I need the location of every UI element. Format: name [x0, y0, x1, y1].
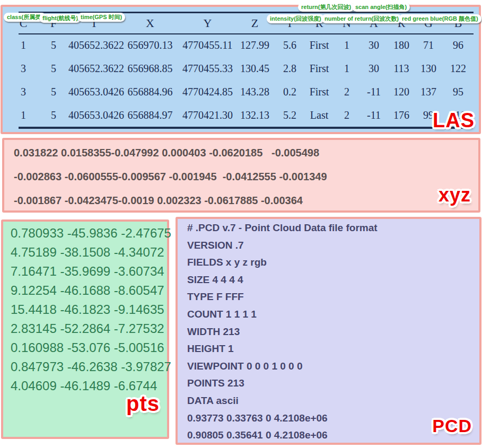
- pts-line: 7.16471 -35.9699 -3.60734: [11, 262, 167, 281]
- las-cell: 4770455.33: [180, 57, 235, 80]
- las-cell: 180: [388, 33, 415, 57]
- las-cell: 656884.96: [120, 80, 180, 103]
- pcd-format-panel: # .PCD v.7 - Point Cloud Data file forma…: [176, 217, 481, 445]
- las-cell: 30: [360, 57, 388, 80]
- pcd-line: DATA ascii: [187, 392, 479, 410]
- annotation-intensity: intensity(回波强度): [267, 14, 325, 23]
- pcd-line: HEIGHT 1: [187, 340, 479, 358]
- xyz-format-panel: 0.031822 0.0158355-0.047992 0.000403 -0.…: [2, 138, 480, 213]
- las-cell: 405653.0426: [68, 80, 120, 103]
- las-cell: 137: [415, 80, 442, 103]
- las-table-row: 35405652.3622656968.854770455.33130.452.…: [8, 57, 475, 80]
- las-cell: 113: [388, 57, 415, 80]
- las-cell: 3: [8, 57, 39, 80]
- las-table-row: 15405652.3622656970.134770455.11127.995.…: [8, 33, 475, 57]
- las-table-row: 35405653.0426656884.964770424.85143.280.…: [8, 80, 475, 103]
- pts-line: 0.160988 -53.076 -5.00516: [11, 338, 167, 357]
- pts-line: 4.75189 -38.1508 -4.34072: [11, 243, 167, 262]
- las-cell: 5.6: [275, 33, 305, 57]
- xyz-lines: 0.031822 0.0158355-0.047992 0.000403 -0.…: [14, 141, 478, 213]
- las-cell: 656968.85: [120, 57, 180, 80]
- pcd-line: TYPE F FFF: [187, 288, 479, 306]
- las-table-row: 15405653.0426656884.974770421.30132.135.…: [8, 103, 475, 127]
- las-cell: 405652.3622: [68, 33, 120, 57]
- las-table: CFTXYZIRNARGB 15405652.3622656970.134770…: [8, 13, 475, 127]
- las-format-panel: CFTXYZIRNARGB 15405652.3622656970.134770…: [1, 5, 481, 134]
- annotation-scan-angle: scan angle(扫描角): [352, 3, 410, 12]
- las-cell: 2.8: [275, 57, 305, 80]
- las-cell: 130.45: [235, 57, 275, 80]
- las-format-tag: LAS: [433, 109, 475, 132]
- pts-format-panel: 0.780933 -45.9836 -2.476754.75189 -38.15…: [1, 219, 169, 439]
- las-cell: -11: [360, 103, 388, 127]
- pts-format-tag: pts: [126, 392, 160, 416]
- xyz-line: -0.002863 -0.0600555-0.009567 -0.001945 …: [14, 165, 478, 189]
- pcd-line: FIELDS x y z rgb: [187, 254, 479, 271]
- las-cell: Last: [305, 103, 334, 127]
- annotation-return: return(第几次回波): [298, 3, 354, 12]
- pts-line: 0.847973 -46.2638 -3.97827: [11, 357, 167, 376]
- figure-point-cloud-formats: CFTXYZIRNARGB 15405652.3622656970.134770…: [0, 0, 482, 448]
- xyz-format-tag: xyz: [439, 184, 471, 206]
- table-bottom-rule: [19, 127, 472, 129]
- las-cell: 2: [334, 80, 360, 103]
- las-cell: 71: [415, 33, 442, 57]
- xyz-line: 0.031822 0.0158355-0.047992 0.000403 -0.…: [14, 141, 478, 165]
- las-cell: 120: [388, 80, 415, 103]
- las-cell: First: [305, 80, 334, 103]
- las-cell: 1: [8, 33, 39, 57]
- las-cell: 30: [360, 33, 388, 57]
- las-cell: 5: [39, 33, 68, 57]
- las-cell: 4770421.30: [180, 103, 235, 127]
- pcd-line: SIZE 4 4 4 4: [187, 271, 479, 289]
- las-cell: 405653.0426: [68, 103, 120, 127]
- pts-lines: 0.780933 -45.9836 -2.476754.75189 -38.15…: [11, 224, 167, 396]
- las-cell: 3: [8, 80, 39, 103]
- las-cell: 132.13: [235, 103, 275, 127]
- pcd-format-tag: PCD: [432, 416, 472, 436]
- las-cell: 127.99: [235, 33, 275, 57]
- pcd-line: VIEWPOINT 0 0 0 1 0 0 0: [187, 358, 479, 375]
- las-cell: 0.2: [275, 80, 305, 103]
- las-cell: 122: [442, 57, 475, 80]
- pcd-line: POINTS 213: [187, 375, 479, 392]
- pcd-line: WIDTH 213: [187, 323, 479, 341]
- annotation-number-of-return: number of return(回波次数): [321, 14, 402, 23]
- pcd-line: # .PCD v.7 - Point Cloud Data file forma…: [187, 219, 479, 237]
- pcd-line: COUNT 1 1 1 1: [187, 306, 479, 323]
- las-cell: 4770424.85: [180, 80, 235, 103]
- las-cell: First: [305, 57, 334, 80]
- pts-line: 0.780933 -45.9836 -2.47675: [11, 224, 167, 243]
- pts-line: 2.83145 -52.2864 -7.27532: [11, 319, 167, 338]
- las-cell: 1: [334, 33, 360, 57]
- las-cell: 176: [388, 103, 415, 127]
- pts-line: 9.12254 -46.1688 -8.60547: [11, 281, 167, 300]
- las-column-header: Y: [180, 13, 235, 33]
- las-cell: 1: [8, 103, 39, 127]
- las-cell: 96: [442, 33, 475, 57]
- pcd-line: VERSION .7: [187, 237, 479, 254]
- las-cell: 5: [39, 57, 68, 80]
- las-cell: 1: [334, 57, 360, 80]
- las-cell: 656884.97: [120, 103, 180, 127]
- las-cell: 5: [39, 103, 68, 127]
- las-cell: 2: [334, 103, 360, 127]
- las-cell: First: [305, 33, 334, 57]
- las-cell: 405652.3622: [68, 57, 120, 80]
- pts-line: 15.4418 -46.1823 -9.14635: [11, 300, 167, 319]
- annotation-flight: flight(航线号): [39, 14, 81, 23]
- las-cell: 5: [39, 80, 68, 103]
- las-column-header: X: [120, 13, 180, 33]
- annotation-time: time(GPS 时间): [77, 13, 125, 22]
- las-cell: 5.2: [275, 103, 305, 127]
- las-cell: 95: [442, 80, 475, 103]
- las-cell: 4770455.11: [180, 33, 235, 57]
- pcd-lines: # .PCD v.7 - Point Cloud Data file forma…: [187, 219, 479, 444]
- xyz-line: -0.001867 -0.0423475-0.0019 0.002323 -0.…: [14, 189, 478, 213]
- las-cell: -11: [360, 80, 388, 103]
- las-cell: 130: [415, 57, 442, 80]
- las-cell: 656970.13: [120, 33, 180, 57]
- annotation-rgb: red green blue(RGB 颜色值): [399, 14, 481, 23]
- las-cell: 143.28: [235, 80, 275, 103]
